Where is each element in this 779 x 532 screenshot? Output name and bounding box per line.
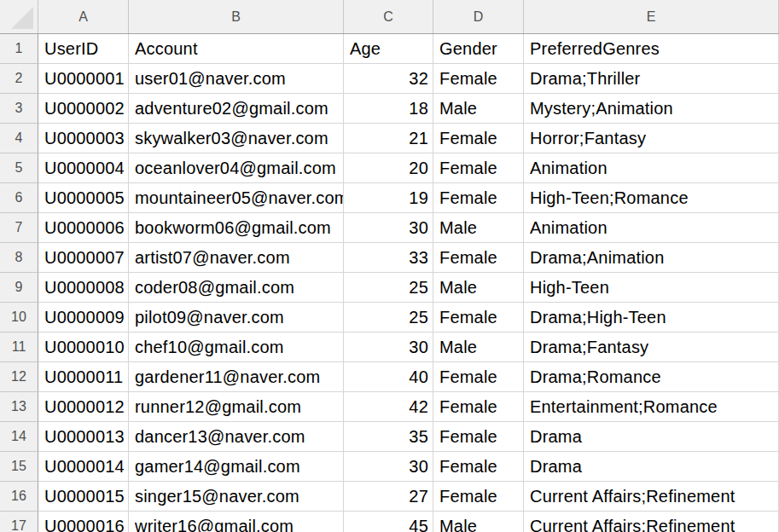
cell-D9[interactable]: Male — [433, 273, 524, 303]
cell-B17[interactable]: writer16@gmail.com — [129, 512, 344, 532]
cell-B10[interactable]: pilot09@naver.com — [129, 303, 344, 332]
cell-B4[interactable]: skywalker03@naver.com — [129, 124, 344, 153]
column-header-d[interactable]: D — [433, 0, 524, 33]
cell-C16[interactable]: 27 — [344, 482, 433, 512]
row-header-8[interactable]: 8 — [0, 243, 38, 273]
row-header-3[interactable]: 3 — [0, 94, 38, 124]
cell-B15[interactable]: gamer14@gmail.com — [129, 452, 344, 482]
cell-E2[interactable]: Drama;Thriller — [524, 64, 779, 94]
row-header-5[interactable]: 5 — [0, 153, 38, 183]
cell-D4[interactable]: Female — [433, 124, 524, 153]
cell-A10[interactable]: U0000009 — [38, 303, 129, 332]
cell-C9[interactable]: 25 — [344, 273, 433, 303]
row-header-14[interactable]: 14 — [0, 422, 38, 452]
cell-E15[interactable]: Drama — [524, 452, 779, 482]
cell-C3[interactable]: 18 — [344, 94, 433, 124]
cell-D2[interactable]: Female — [433, 64, 524, 94]
cell-C13[interactable]: 42 — [344, 392, 433, 422]
cell-D11[interactable]: Male — [433, 332, 524, 362]
column-header-a[interactable]: A — [38, 0, 129, 33]
cell-B8[interactable]: artist07@naver.com — [129, 243, 344, 273]
row-header-11[interactable]: 11 — [0, 332, 38, 362]
cell-D14[interactable]: Female — [433, 422, 524, 452]
select-all-corner[interactable] — [0, 0, 38, 33]
row-header-2[interactable]: 2 — [0, 64, 38, 94]
row-header-17[interactable]: 17 — [0, 512, 38, 532]
cell-B5[interactable]: oceanlover04@gmail.com — [129, 153, 344, 183]
cell-A9[interactable]: U0000008 — [38, 273, 129, 303]
cell-C8[interactable]: 33 — [344, 243, 433, 273]
column-header-c[interactable]: C — [344, 0, 433, 33]
cell-E10[interactable]: Drama;High-Teen — [524, 303, 779, 332]
cell-D5[interactable]: Female — [433, 153, 524, 183]
cell-B11[interactable]: chef10@gmail.com — [129, 332, 344, 362]
cell-E4[interactable]: Horror;Fantasy — [524, 124, 779, 153]
cell-A8[interactable]: U0000007 — [38, 243, 129, 273]
cell-E16[interactable]: Current Affairs;Refinement — [524, 482, 779, 512]
cell-E8[interactable]: Drama;Animation — [524, 243, 779, 273]
cell-A2[interactable]: U0000001 — [38, 64, 129, 94]
cell-D12[interactable]: Female — [433, 362, 524, 392]
cell-C11[interactable]: 30 — [344, 332, 433, 362]
cell-A14[interactable]: U0000013 — [38, 422, 129, 452]
cell-A13[interactable]: U0000012 — [38, 392, 129, 422]
cell-D6[interactable]: Female — [433, 183, 524, 213]
cell-B2[interactable]: user01@naver.com — [129, 64, 344, 94]
cell-E5[interactable]: Animation — [524, 153, 779, 183]
cell-A11[interactable]: U0000010 — [38, 332, 129, 362]
row-header-9[interactable]: 9 — [0, 273, 38, 303]
cell-D16[interactable]: Female — [433, 482, 524, 512]
row-header-13[interactable]: 13 — [0, 392, 38, 422]
cell-A6[interactable]: U0000005 — [38, 183, 129, 213]
cell-C15[interactable]: 30 — [344, 452, 433, 482]
cell-A15[interactable]: U0000014 — [38, 452, 129, 482]
cell-E14[interactable]: Drama — [524, 422, 779, 452]
column-header-b[interactable]: B — [129, 0, 344, 33]
row-header-4[interactable]: 4 — [0, 124, 38, 153]
cell-C1[interactable]: Age — [344, 34, 433, 64]
cell-E7[interactable]: Animation — [524, 213, 779, 243]
cell-C10[interactable]: 25 — [344, 303, 433, 332]
row-header-1[interactable]: 1 — [0, 34, 38, 64]
cell-E3[interactable]: Mystery;Animation — [524, 94, 779, 124]
cell-E17[interactable]: Current Affairs;Refinement — [524, 512, 779, 532]
cell-D10[interactable]: Female — [433, 303, 524, 332]
row-header-15[interactable]: 15 — [0, 452, 38, 482]
cell-C7[interactable]: 30 — [344, 213, 433, 243]
cell-B14[interactable]: dancer13@naver.com — [129, 422, 344, 452]
cell-B16[interactable]: singer15@naver.com — [129, 482, 344, 512]
cell-B13[interactable]: runner12@gmail.com — [129, 392, 344, 422]
cell-D1[interactable]: Gender — [433, 34, 524, 64]
cell-E13[interactable]: Entertainment;Romance — [524, 392, 779, 422]
cell-D17[interactable]: Male — [433, 512, 524, 532]
cell-A17[interactable]: U0000016 — [38, 512, 129, 532]
row-header-7[interactable]: 7 — [0, 213, 38, 243]
cell-C4[interactable]: 21 — [344, 124, 433, 153]
cell-D7[interactable]: Male — [433, 213, 524, 243]
cell-C12[interactable]: 40 — [344, 362, 433, 392]
cell-A3[interactable]: U0000002 — [38, 94, 129, 124]
row-header-12[interactable]: 12 — [0, 362, 38, 392]
cell-E12[interactable]: Drama;Romance — [524, 362, 779, 392]
cell-B12[interactable]: gardener11@naver.com — [129, 362, 344, 392]
cell-E1[interactable]: PreferredGenres — [524, 34, 779, 64]
row-header-16[interactable]: 16 — [0, 482, 38, 512]
cell-A1[interactable]: UserID — [38, 34, 129, 64]
cell-D3[interactable]: Male — [433, 94, 524, 124]
cell-C14[interactable]: 35 — [344, 422, 433, 452]
cell-B7[interactable]: bookworm06@gmail.com — [129, 213, 344, 243]
cell-E9[interactable]: High-Teen — [524, 273, 779, 303]
cell-A5[interactable]: U0000004 — [38, 153, 129, 183]
column-header-e[interactable]: E — [524, 0, 779, 33]
cell-B6[interactable]: mountaineer05@naver.com — [129, 183, 344, 213]
cell-A7[interactable]: U0000006 — [38, 213, 129, 243]
cell-B1[interactable]: Account — [129, 34, 344, 64]
cell-E6[interactable]: High-Teen;Romance — [524, 183, 779, 213]
row-header-6[interactable]: 6 — [0, 183, 38, 213]
cell-E11[interactable]: Drama;Fantasy — [524, 332, 779, 362]
cell-D13[interactable]: Female — [433, 392, 524, 422]
row-header-10[interactable]: 10 — [0, 303, 38, 332]
cell-B3[interactable]: adventure02@gmail.com — [129, 94, 344, 124]
cell-B9[interactable]: coder08@gmail.com — [129, 273, 344, 303]
cell-D15[interactable]: Female — [433, 452, 524, 482]
